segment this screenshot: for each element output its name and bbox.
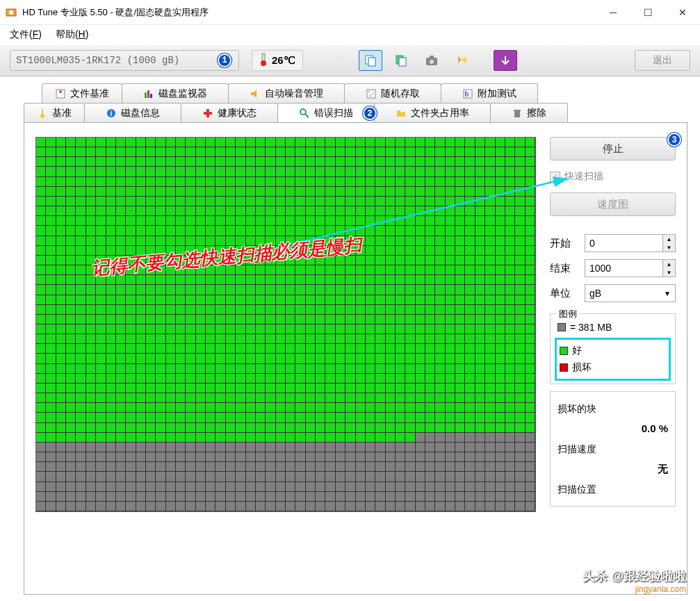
- options-button[interactable]: [450, 50, 474, 71]
- app-icon: [6, 7, 17, 18]
- svg-point-1: [9, 10, 13, 15]
- svg-point-29: [300, 109, 306, 115]
- save-screenshot-button[interactable]: [420, 50, 443, 71]
- tab-folder-usage[interactable]: 文件夹占用率: [374, 103, 491, 122]
- legend-group: 图例 = 381 MB 好 损坏: [550, 313, 676, 384]
- menubar: 文件(F) 帮助(H): [0, 25, 700, 44]
- tab-disk-monitor[interactable]: 磁盘监视器: [122, 83, 229, 103]
- maximize-button[interactable]: ☐: [630, 0, 665, 25]
- svg-point-17: [368, 91, 370, 92]
- legend-highlight: 好 损坏: [555, 338, 671, 381]
- start-label: 开始: [550, 237, 579, 250]
- quick-scan-checkbox[interactable]: ✓ 快速扫描: [550, 167, 676, 186]
- temperature-display: 26℃: [252, 50, 303, 71]
- close-button[interactable]: ✕: [665, 0, 700, 25]
- svg-rect-14: [147, 90, 149, 98]
- damaged-blocks-value: 0.0 %: [557, 418, 668, 439]
- tab-info[interactable]: i磁盘信息: [84, 103, 181, 122]
- svg-rect-28: [204, 112, 212, 115]
- menu-file[interactable]: 文件(F): [10, 28, 42, 41]
- scan-position-label: 扫描位置: [557, 479, 668, 499]
- svg-rect-15: [150, 94, 152, 98]
- badge-1: 1: [218, 53, 231, 67]
- drive-label: ST1000LM035-1RK172 (1000 gB): [16, 55, 179, 66]
- tabs: 文件基准 磁盘监视器 自动噪音管理 随机存取 附加测试 基准 i磁盘信息 健康状…: [24, 83, 687, 595]
- titlebar: HD Tune 专业版 5.50 - 硬盘/固态硬盘实用程序 ─ ☐ ✕: [0, 0, 700, 25]
- svg-rect-32: [514, 110, 521, 111]
- tab-extra-tests[interactable]: 附加测试: [441, 83, 538, 103]
- svg-rect-16: [367, 90, 375, 98]
- temperature-value: 26℃: [272, 54, 295, 67]
- thermometer-icon: [259, 53, 268, 69]
- svg-point-3: [261, 60, 266, 66]
- tab-health[interactable]: 健康状态: [181, 103, 278, 122]
- damaged-blocks-label: 损坏的块: [557, 399, 668, 418]
- badge-2: 2: [363, 106, 377, 120]
- badge-3: 3: [667, 133, 681, 147]
- save-button[interactable]: [494, 50, 517, 71]
- svg-point-10: [430, 60, 434, 64]
- minimize-button[interactable]: ─: [596, 0, 630, 25]
- copy-text-button[interactable]: [359, 50, 382, 71]
- svg-point-12: [59, 90, 62, 93]
- scan-grid: [35, 137, 536, 512]
- tab-aam[interactable]: 自动噪音管理: [228, 83, 345, 103]
- svg-text:i: i: [111, 110, 113, 117]
- tab-benchmark[interactable]: 基准: [24, 103, 85, 122]
- drive-select[interactable]: ST1000LM035-1RK172 (1000 gB) ▼ 1: [10, 50, 239, 71]
- svg-rect-31: [514, 111, 520, 117]
- stop-button[interactable]: 停止: [550, 137, 676, 160]
- end-label: 结束: [550, 262, 579, 275]
- svg-point-19: [370, 95, 371, 97]
- svg-rect-13: [145, 92, 147, 98]
- side-panel: 停止 3 ✓ 快速扫描 速度图 开始 0▲▼ 结束 1000▲▼: [550, 137, 676, 580]
- checkbox-icon: ✓: [550, 172, 560, 182]
- unit-select[interactable]: gB▼: [585, 284, 676, 302]
- svg-rect-5: [368, 58, 375, 66]
- svg-point-18: [372, 93, 373, 94]
- speed-map-button[interactable]: 速度图: [550, 192, 676, 216]
- svg-rect-24: [42, 109, 43, 115]
- tab-random-access[interactable]: 随机存取: [344, 83, 441, 103]
- tab-erase[interactable]: 擦除: [490, 103, 568, 122]
- end-input[interactable]: 1000▲▼: [585, 259, 676, 277]
- toolbar: ST1000LM035-1RK172 (1000 gB) ▼ 1 26℃ 退出: [0, 44, 700, 76]
- copy-screenshot-button[interactable]: [389, 50, 413, 71]
- svg-rect-9: [430, 56, 434, 58]
- status-box: 损坏的块 0.0 % 扫描速度 无 扫描位置: [550, 391, 676, 507]
- scan-speed-value: 无: [557, 459, 668, 479]
- unit-label: 单位: [550, 287, 579, 300]
- tab-file-benchmark[interactable]: 文件基准: [42, 83, 122, 103]
- svg-line-30: [305, 114, 309, 117]
- exit-button[interactable]: 退出: [635, 50, 690, 71]
- watermark: 头杀 @跟经验啦啦 jingyanla.com: [583, 568, 686, 594]
- tab-error-scan[interactable]: 错误扫描 2: [277, 103, 375, 122]
- start-input[interactable]: 0▲▼: [585, 234, 676, 252]
- svg-rect-7: [399, 58, 406, 66]
- tab-content-error-scan: 记得不要勾选快速扫描必须是慢扫 停止 3 ✓ 快速扫描 速度图: [24, 122, 687, 595]
- menu-help[interactable]: 帮助(H): [56, 28, 88, 41]
- svg-rect-22: [467, 92, 469, 97]
- scan-speed-label: 扫描速度: [557, 439, 668, 459]
- svg-rect-21: [465, 91, 466, 97]
- window-title: HD Tune 专业版 5.50 - 硬盘/固态硬盘实用程序: [22, 6, 596, 19]
